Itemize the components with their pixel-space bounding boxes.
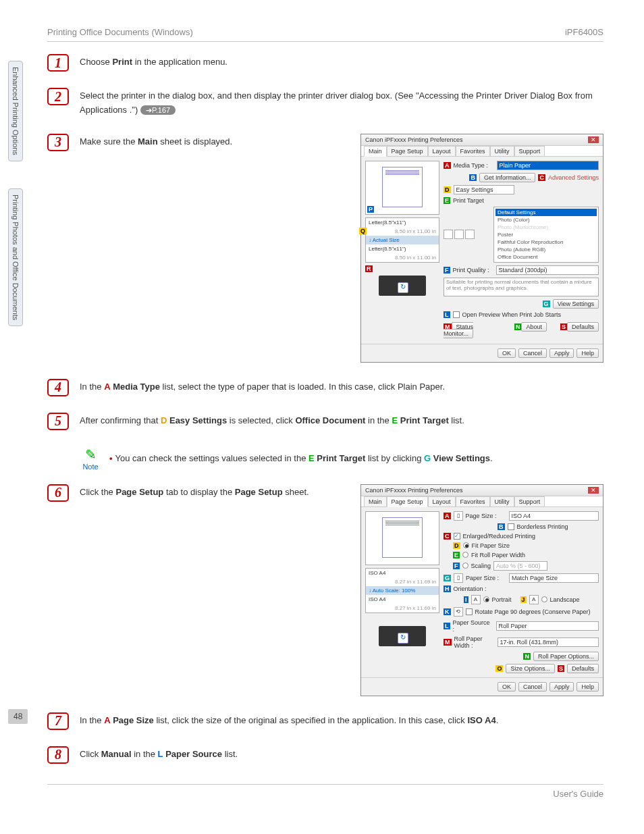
sidebar-tab-1[interactable]: Enhanced Printing Options bbox=[8, 61, 23, 161]
easy-settings-select[interactable]: Easy Settings bbox=[454, 185, 514, 194]
cancel-button[interactable]: Cancel bbox=[518, 682, 547, 692]
target-thumbnails bbox=[444, 230, 475, 239]
borderless-checkbox[interactable] bbox=[508, 523, 514, 530]
about-button[interactable]: About bbox=[521, 322, 547, 332]
dialog-page-setup-sheet: Canon iPFxxxx Printing Preferences✕ Main… bbox=[360, 484, 603, 696]
portrait-radio[interactable] bbox=[483, 596, 489, 602]
sidebar-tab-2[interactable]: Printing Photos and Office Documents bbox=[8, 188, 23, 326]
roll-width-select[interactable]: 17-in. Roll (431.8mm) bbox=[498, 637, 599, 647]
step-4-badge: 4 bbox=[47, 379, 69, 396]
footer-label: User's Guide bbox=[47, 784, 603, 799]
view-settings-button[interactable]: View Settings bbox=[553, 299, 599, 309]
step-4-text: In the A Media Type list, select the typ… bbox=[80, 379, 603, 394]
help-button[interactable]: Help bbox=[576, 348, 599, 358]
page-number: 48 bbox=[8, 709, 28, 724]
step-8-text: Click Manual in the L Paper Source list. bbox=[80, 746, 603, 762]
help-button[interactable]: Help bbox=[576, 682, 599, 692]
tab-support[interactable]: Support bbox=[514, 146, 545, 156]
apply-button[interactable]: Apply bbox=[549, 682, 574, 692]
step-6-badge: 6 bbox=[47, 484, 69, 502]
breadcrumb: Printing Office Documents (Windows) bbox=[47, 27, 193, 37]
enlarged-checkbox[interactable] bbox=[454, 533, 460, 540]
preview-pane: P bbox=[365, 161, 439, 215]
tab-layout[interactable]: Layout bbox=[428, 146, 456, 156]
step-5-badge: 5 bbox=[47, 413, 69, 430]
paper-size-select[interactable]: Match Page Size bbox=[509, 573, 599, 583]
rotate-checkbox[interactable] bbox=[466, 608, 473, 615]
fit-paper-radio[interactable] bbox=[463, 542, 469, 548]
step-5-text: After confirming that D Easy Settings is… bbox=[80, 413, 603, 428]
step-1-text: Choose Print in the application menu. bbox=[80, 54, 603, 70]
landscape-radio[interactable] bbox=[541, 596, 547, 602]
step-2-badge: 2 bbox=[47, 88, 69, 105]
ok-button[interactable]: OK bbox=[498, 348, 516, 358]
tab-main[interactable]: Main bbox=[364, 146, 387, 157]
sidebar: Enhanced Printing Options Printing Photo… bbox=[8, 61, 23, 326]
step-3-badge: 3 bbox=[47, 134, 69, 151]
page-link-167[interactable]: ➔P.167 bbox=[140, 105, 176, 115]
tab-page-setup[interactable]: Page Setup bbox=[387, 146, 428, 156]
close-icon[interactable]: ✕ bbox=[588, 136, 599, 143]
dialog-main-sheet: Canon iPFxxxx Printing Preferences✕ Main… bbox=[360, 134, 603, 363]
step-6-text: Click the Page Setup tab to display the … bbox=[80, 484, 347, 696]
dialog2-title: Canon iPFxxxx Printing Preferences bbox=[365, 487, 463, 494]
page-size-select[interactable]: ISO A4 bbox=[509, 511, 599, 521]
size-options-button[interactable]: Size Options... bbox=[506, 664, 555, 673]
step-3-text: Make sure the Main sheet is displayed. bbox=[80, 134, 347, 363]
tab-favorites[interactable]: Favorites bbox=[456, 146, 490, 156]
tab-support[interactable]: Support bbox=[514, 496, 545, 506]
tab-utility[interactable]: Utility bbox=[490, 146, 514, 156]
fit-roll-radio[interactable] bbox=[462, 552, 468, 558]
tab-favorites[interactable]: Favorites bbox=[456, 496, 490, 506]
get-information-button[interactable]: Get Information... bbox=[479, 173, 536, 182]
description-box: Suitable for printing normal documents t… bbox=[444, 278, 599, 296]
step-7-text: In the A Page Size list, click the size … bbox=[80, 712, 603, 728]
step-2-text: Select the printer in the dialog box, an… bbox=[80, 88, 603, 118]
open-preview-checkbox[interactable] bbox=[453, 311, 460, 318]
model-label: iPF6400S bbox=[565, 27, 603, 37]
tab-layout[interactable]: Layout bbox=[428, 496, 456, 506]
print-target-list[interactable]: Default Settings Photo (Color) Photo (Mo… bbox=[493, 207, 599, 263]
paper-source-select[interactable]: Roll Paper bbox=[496, 621, 599, 631]
cancel-button[interactable]: Cancel bbox=[518, 348, 547, 358]
dialog1-title: Canon iPFxxxx Printing Preferences bbox=[365, 136, 463, 143]
defaults-button[interactable]: Defaults bbox=[567, 322, 599, 332]
step-8-badge: 8 bbox=[47, 746, 69, 764]
scaling-input[interactable]: Auto % (5 - 600) bbox=[493, 561, 547, 571]
step-1-badge: 1 bbox=[47, 54, 69, 72]
roll-options-button[interactable]: Roll Paper Options... bbox=[533, 652, 599, 661]
preview-pane bbox=[365, 511, 439, 565]
pencil-icon: ✎ bbox=[85, 447, 97, 462]
tab-utility[interactable]: Utility bbox=[490, 496, 514, 506]
ok-button[interactable]: OK bbox=[498, 682, 516, 692]
defaults-button[interactable]: Defaults bbox=[567, 664, 599, 673]
note-block: ✎Note •You can check the settings values… bbox=[80, 446, 603, 471]
printer-icon: R bbox=[365, 265, 439, 306]
advanced-settings-link[interactable]: Advanced Settings bbox=[548, 174, 599, 181]
close-icon[interactable]: ✕ bbox=[588, 487, 599, 494]
step-7-badge: 7 bbox=[47, 712, 69, 730]
tab-main[interactable]: Main bbox=[364, 496, 387, 506]
print-quality-select[interactable]: Standard (300dpi) bbox=[496, 265, 599, 275]
apply-button[interactable]: Apply bbox=[549, 348, 574, 358]
media-type-select[interactable]: Plain Paper bbox=[497, 161, 599, 170]
printer-icon bbox=[365, 616, 439, 656]
tab-page-setup[interactable]: Page Setup bbox=[387, 496, 428, 507]
scaling-radio[interactable] bbox=[462, 563, 468, 569]
